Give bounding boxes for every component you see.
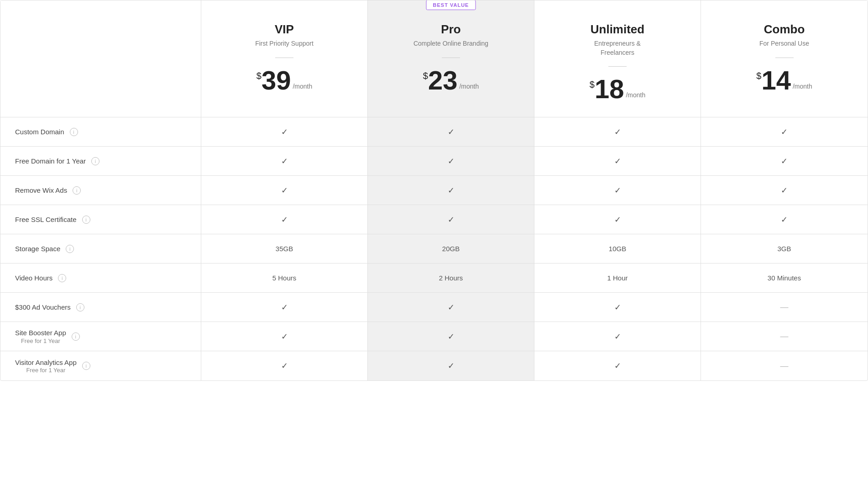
feature-value-text: 3GB xyxy=(777,245,791,253)
checkmark-icon: ✓ xyxy=(448,127,455,137)
feature-label-cell: Storage Spacei xyxy=(0,234,201,263)
price-block-combo: $ 14 /month xyxy=(712,67,857,94)
checkmark-icon: ✓ xyxy=(448,361,455,371)
checkmark-icon: ✓ xyxy=(614,332,621,342)
checkmark-icon: ✓ xyxy=(614,127,621,137)
feature-value-cell: ✓ xyxy=(534,351,701,380)
feature-value-text: 10GB xyxy=(609,245,626,253)
feature-main-label: Visitor Analytics App xyxy=(15,358,77,367)
price-amount-pro: 23 xyxy=(428,67,458,94)
feature-value-cell: ✓ xyxy=(201,351,368,380)
checkmark-icon: ✓ xyxy=(781,156,788,166)
info-icon[interactable]: i xyxy=(58,274,66,282)
header-feature-col xyxy=(0,0,201,117)
feature-sub-label: Free for 1 Year xyxy=(15,367,77,374)
feature-label-cell: Free Domain for 1 Yeari xyxy=(0,147,201,175)
feature-row: Custom Domaini✓✓✓✓ xyxy=(0,117,868,147)
feature-value-cell: ✓ xyxy=(201,322,368,351)
feature-main-label: Free Domain for 1 Year xyxy=(15,157,86,166)
info-icon[interactable]: i xyxy=(73,186,81,195)
feature-row: Free SSL Certificatei✓✓✓✓ xyxy=(0,205,868,234)
info-icon[interactable]: i xyxy=(82,216,90,224)
feature-value-cell: ✓ xyxy=(701,176,868,205)
checkmark-icon: ✓ xyxy=(448,332,455,342)
feature-value-text: 20GB xyxy=(442,245,460,253)
plan-name-combo: Combo xyxy=(712,22,857,37)
checkmark-icon: ✓ xyxy=(281,302,288,312)
price-period-vip: /month xyxy=(293,83,312,90)
feature-row: Remove Wix Adsi✓✓✓✓ xyxy=(0,176,868,205)
price-dollar-vip: $ xyxy=(256,71,261,81)
dash-icon: — xyxy=(780,302,789,312)
feature-value-cell: 30 Minutes xyxy=(701,264,868,292)
feature-value-cell: ✓ xyxy=(534,205,701,234)
price-period-combo: /month xyxy=(793,83,812,90)
pricing-table: VIP First Priority Support $ 39 /month B… xyxy=(0,0,868,480)
price-dollar-combo: $ xyxy=(756,71,761,81)
feature-value-text: 5 Hours xyxy=(272,274,297,282)
plan-tagline-pro: Complete Online Branding xyxy=(379,39,523,48)
plan-name-pro: Pro xyxy=(379,22,523,37)
feature-rows: Custom Domaini✓✓✓✓Free Domain for 1 Year… xyxy=(0,117,868,380)
checkmark-icon: ✓ xyxy=(614,185,621,195)
feature-main-label: Storage Space xyxy=(15,244,60,253)
plan-tagline-combo: For Personal Use xyxy=(712,39,857,48)
checkmark-icon: ✓ xyxy=(281,185,288,195)
plan-name-unlimited: Unlimited xyxy=(545,22,690,37)
info-icon[interactable]: i xyxy=(76,303,84,311)
table-wrapper: VIP First Priority Support $ 39 /month B… xyxy=(0,0,868,381)
feature-value-cell: ✓ xyxy=(368,351,534,380)
dash-icon: — xyxy=(780,332,789,341)
feature-label-cell: Remove Wix Adsi xyxy=(0,176,201,205)
checkmark-icon: ✓ xyxy=(448,302,455,312)
price-period-pro: /month xyxy=(459,83,479,90)
feature-value-cell: 2 Hours xyxy=(368,264,534,292)
feature-main-label: Site Booster App xyxy=(15,328,66,338)
plan-name-vip: VIP xyxy=(212,22,356,37)
feature-sub-label: Free for 1 Year xyxy=(15,338,66,344)
feature-value-cell: 10GB xyxy=(534,234,701,263)
info-icon[interactable]: i xyxy=(82,362,90,370)
feature-value-text: 2 Hours xyxy=(439,274,463,282)
feature-value-cell: 20GB xyxy=(368,234,534,263)
feature-value-cell: — xyxy=(701,322,868,351)
feature-value-cell: — xyxy=(701,351,868,380)
checkmark-icon: ✓ xyxy=(448,185,455,195)
feature-row: Visitor Analytics AppFree for 1 Yeari✓✓✓… xyxy=(0,351,868,380)
feature-value-cell: ✓ xyxy=(201,147,368,175)
feature-value-cell: 5 Hours xyxy=(201,264,368,292)
feature-row: $300 Ad Vouchersi✓✓✓— xyxy=(0,293,868,322)
feature-row: Site Booster AppFree for 1 Yeari✓✓✓— xyxy=(0,322,868,351)
feature-main-label: Free SSL Certificate xyxy=(15,215,77,224)
price-block-pro: $ 23 /month xyxy=(379,67,523,94)
feature-main-label: Custom Domain xyxy=(15,127,64,137)
feature-value-cell: ✓ xyxy=(368,176,534,205)
feature-value-cell: 35GB xyxy=(201,234,368,263)
feature-value-cell: ✓ xyxy=(201,205,368,234)
feature-value-cell: ✓ xyxy=(368,147,534,175)
feature-value-cell: 3GB xyxy=(701,234,868,263)
info-icon[interactable]: i xyxy=(70,128,78,136)
feature-label-cell: Visitor Analytics AppFree for 1 Yeari xyxy=(0,351,201,380)
feature-label-cell: Site Booster AppFree for 1 Yeari xyxy=(0,322,201,351)
info-icon[interactable]: i xyxy=(91,157,99,165)
checkmark-icon: ✓ xyxy=(281,215,288,225)
feature-value-cell: ✓ xyxy=(368,293,534,322)
feature-value-cell: ✓ xyxy=(201,293,368,322)
price-dollar-unlimited: $ xyxy=(590,79,595,90)
info-icon[interactable]: i xyxy=(66,245,74,253)
info-icon[interactable]: i xyxy=(72,332,80,341)
feature-value-cell: ✓ xyxy=(368,117,534,146)
feature-main-label: $300 Ad Vouchers xyxy=(15,303,71,312)
checkmark-icon: ✓ xyxy=(614,156,621,166)
price-amount-vip: 39 xyxy=(261,67,291,94)
price-amount-combo: 14 xyxy=(761,67,791,94)
checkmark-icon: ✓ xyxy=(781,127,788,137)
best-value-badge: BEST VALUE xyxy=(426,0,476,10)
price-block-unlimited: $ 18 /month xyxy=(545,76,690,102)
checkmark-icon: ✓ xyxy=(448,156,455,166)
header-vip: VIP First Priority Support $ 39 /month xyxy=(201,0,368,117)
checkmark-icon: ✓ xyxy=(281,127,288,137)
feature-value-cell: ✓ xyxy=(534,147,701,175)
feature-value-cell: ✓ xyxy=(368,205,534,234)
